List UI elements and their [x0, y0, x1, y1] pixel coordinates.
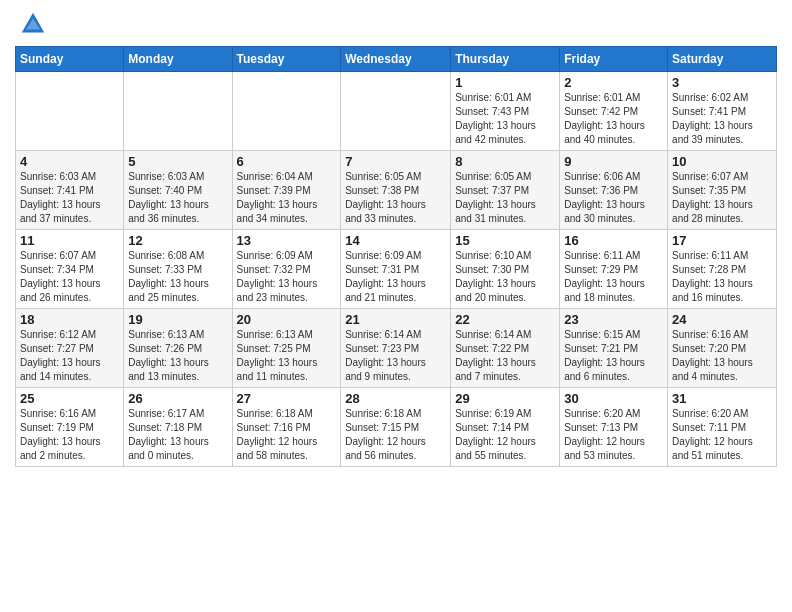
calendar-cell: 6Sunrise: 6:04 AM Sunset: 7:39 PM Daylig… — [232, 151, 341, 230]
day-info: Sunrise: 6:02 AM Sunset: 7:41 PM Dayligh… — [672, 91, 772, 147]
day-info: Sunrise: 6:14 AM Sunset: 7:22 PM Dayligh… — [455, 328, 555, 384]
day-number: 23 — [564, 312, 663, 327]
day-info: Sunrise: 6:13 AM Sunset: 7:26 PM Dayligh… — [128, 328, 227, 384]
calendar-cell: 5Sunrise: 6:03 AM Sunset: 7:40 PM Daylig… — [124, 151, 232, 230]
day-number: 30 — [564, 391, 663, 406]
calendar-cell — [124, 72, 232, 151]
day-info: Sunrise: 6:09 AM Sunset: 7:31 PM Dayligh… — [345, 249, 446, 305]
calendar-cell: 7Sunrise: 6:05 AM Sunset: 7:38 PM Daylig… — [341, 151, 451, 230]
weekday-header-saturday: Saturday — [668, 47, 777, 72]
day-info: Sunrise: 6:03 AM Sunset: 7:41 PM Dayligh… — [20, 170, 119, 226]
calendar-table: SundayMondayTuesdayWednesdayThursdayFrid… — [15, 46, 777, 467]
day-number: 11 — [20, 233, 119, 248]
day-info: Sunrise: 6:07 AM Sunset: 7:34 PM Dayligh… — [20, 249, 119, 305]
day-number: 28 — [345, 391, 446, 406]
day-info: Sunrise: 6:11 AM Sunset: 7:29 PM Dayligh… — [564, 249, 663, 305]
day-info: Sunrise: 6:15 AM Sunset: 7:21 PM Dayligh… — [564, 328, 663, 384]
day-number: 20 — [237, 312, 337, 327]
day-info: Sunrise: 6:20 AM Sunset: 7:11 PM Dayligh… — [672, 407, 772, 463]
day-info: Sunrise: 6:11 AM Sunset: 7:28 PM Dayligh… — [672, 249, 772, 305]
calendar-cell: 19Sunrise: 6:13 AM Sunset: 7:26 PM Dayli… — [124, 309, 232, 388]
calendar-cell: 21Sunrise: 6:14 AM Sunset: 7:23 PM Dayli… — [341, 309, 451, 388]
calendar-cell — [232, 72, 341, 151]
calendar-cell: 29Sunrise: 6:19 AM Sunset: 7:14 PM Dayli… — [451, 388, 560, 467]
day-number: 25 — [20, 391, 119, 406]
logo-icon — [19, 10, 47, 38]
day-number: 4 — [20, 154, 119, 169]
day-info: Sunrise: 6:14 AM Sunset: 7:23 PM Dayligh… — [345, 328, 446, 384]
day-info: Sunrise: 6:06 AM Sunset: 7:36 PM Dayligh… — [564, 170, 663, 226]
calendar-cell: 23Sunrise: 6:15 AM Sunset: 7:21 PM Dayli… — [560, 309, 668, 388]
day-number: 19 — [128, 312, 227, 327]
calendar-cell: 16Sunrise: 6:11 AM Sunset: 7:29 PM Dayli… — [560, 230, 668, 309]
day-info: Sunrise: 6:07 AM Sunset: 7:35 PM Dayligh… — [672, 170, 772, 226]
day-number: 2 — [564, 75, 663, 90]
day-number: 14 — [345, 233, 446, 248]
day-number: 27 — [237, 391, 337, 406]
day-number: 16 — [564, 233, 663, 248]
calendar-cell: 22Sunrise: 6:14 AM Sunset: 7:22 PM Dayli… — [451, 309, 560, 388]
day-number: 12 — [128, 233, 227, 248]
calendar-cell: 20Sunrise: 6:13 AM Sunset: 7:25 PM Dayli… — [232, 309, 341, 388]
day-info: Sunrise: 6:13 AM Sunset: 7:25 PM Dayligh… — [237, 328, 337, 384]
weekday-header-row: SundayMondayTuesdayWednesdayThursdayFrid… — [16, 47, 777, 72]
calendar-cell: 10Sunrise: 6:07 AM Sunset: 7:35 PM Dayli… — [668, 151, 777, 230]
day-info: Sunrise: 6:01 AM Sunset: 7:43 PM Dayligh… — [455, 91, 555, 147]
calendar-week-row: 25Sunrise: 6:16 AM Sunset: 7:19 PM Dayli… — [16, 388, 777, 467]
day-number: 6 — [237, 154, 337, 169]
calendar-cell — [341, 72, 451, 151]
calendar-cell: 1Sunrise: 6:01 AM Sunset: 7:43 PM Daylig… — [451, 72, 560, 151]
day-info: Sunrise: 6:03 AM Sunset: 7:40 PM Dayligh… — [128, 170, 227, 226]
calendar-cell: 17Sunrise: 6:11 AM Sunset: 7:28 PM Dayli… — [668, 230, 777, 309]
weekday-header-wednesday: Wednesday — [341, 47, 451, 72]
day-number: 26 — [128, 391, 227, 406]
day-number: 24 — [672, 312, 772, 327]
calendar-cell: 8Sunrise: 6:05 AM Sunset: 7:37 PM Daylig… — [451, 151, 560, 230]
day-number: 5 — [128, 154, 227, 169]
day-info: Sunrise: 6:18 AM Sunset: 7:15 PM Dayligh… — [345, 407, 446, 463]
calendar-cell: 26Sunrise: 6:17 AM Sunset: 7:18 PM Dayli… — [124, 388, 232, 467]
day-info: Sunrise: 6:01 AM Sunset: 7:42 PM Dayligh… — [564, 91, 663, 147]
day-number: 13 — [237, 233, 337, 248]
calendar-week-row: 11Sunrise: 6:07 AM Sunset: 7:34 PM Dayli… — [16, 230, 777, 309]
day-number: 18 — [20, 312, 119, 327]
day-info: Sunrise: 6:10 AM Sunset: 7:30 PM Dayligh… — [455, 249, 555, 305]
weekday-header-friday: Friday — [560, 47, 668, 72]
calendar-week-row: 4Sunrise: 6:03 AM Sunset: 7:41 PM Daylig… — [16, 151, 777, 230]
calendar-cell: 30Sunrise: 6:20 AM Sunset: 7:13 PM Dayli… — [560, 388, 668, 467]
calendar-cell: 4Sunrise: 6:03 AM Sunset: 7:41 PM Daylig… — [16, 151, 124, 230]
weekday-header-monday: Monday — [124, 47, 232, 72]
day-number: 3 — [672, 75, 772, 90]
day-number: 21 — [345, 312, 446, 327]
day-info: Sunrise: 6:16 AM Sunset: 7:19 PM Dayligh… — [20, 407, 119, 463]
calendar-cell: 18Sunrise: 6:12 AM Sunset: 7:27 PM Dayli… — [16, 309, 124, 388]
calendar-cell: 27Sunrise: 6:18 AM Sunset: 7:16 PM Dayli… — [232, 388, 341, 467]
day-number: 8 — [455, 154, 555, 169]
calendar-cell: 14Sunrise: 6:09 AM Sunset: 7:31 PM Dayli… — [341, 230, 451, 309]
day-number: 7 — [345, 154, 446, 169]
day-info: Sunrise: 6:05 AM Sunset: 7:37 PM Dayligh… — [455, 170, 555, 226]
day-number: 1 — [455, 75, 555, 90]
calendar-cell: 13Sunrise: 6:09 AM Sunset: 7:32 PM Dayli… — [232, 230, 341, 309]
calendar-week-row: 1Sunrise: 6:01 AM Sunset: 7:43 PM Daylig… — [16, 72, 777, 151]
day-number: 10 — [672, 154, 772, 169]
day-info: Sunrise: 6:20 AM Sunset: 7:13 PM Dayligh… — [564, 407, 663, 463]
weekday-header-tuesday: Tuesday — [232, 47, 341, 72]
page-container: SundayMondayTuesdayWednesdayThursdayFrid… — [0, 0, 792, 477]
calendar-cell: 24Sunrise: 6:16 AM Sunset: 7:20 PM Dayli… — [668, 309, 777, 388]
page-header — [15, 10, 777, 38]
day-number: 9 — [564, 154, 663, 169]
day-number: 31 — [672, 391, 772, 406]
day-info: Sunrise: 6:05 AM Sunset: 7:38 PM Dayligh… — [345, 170, 446, 226]
day-info: Sunrise: 6:16 AM Sunset: 7:20 PM Dayligh… — [672, 328, 772, 384]
calendar-week-row: 18Sunrise: 6:12 AM Sunset: 7:27 PM Dayli… — [16, 309, 777, 388]
day-number: 22 — [455, 312, 555, 327]
day-info: Sunrise: 6:19 AM Sunset: 7:14 PM Dayligh… — [455, 407, 555, 463]
calendar-cell: 3Sunrise: 6:02 AM Sunset: 7:41 PM Daylig… — [668, 72, 777, 151]
calendar-cell: 11Sunrise: 6:07 AM Sunset: 7:34 PM Dayli… — [16, 230, 124, 309]
calendar-cell: 31Sunrise: 6:20 AM Sunset: 7:11 PM Dayli… — [668, 388, 777, 467]
calendar-cell: 25Sunrise: 6:16 AM Sunset: 7:19 PM Dayli… — [16, 388, 124, 467]
day-number: 17 — [672, 233, 772, 248]
logo — [15, 10, 47, 38]
day-info: Sunrise: 6:04 AM Sunset: 7:39 PM Dayligh… — [237, 170, 337, 226]
